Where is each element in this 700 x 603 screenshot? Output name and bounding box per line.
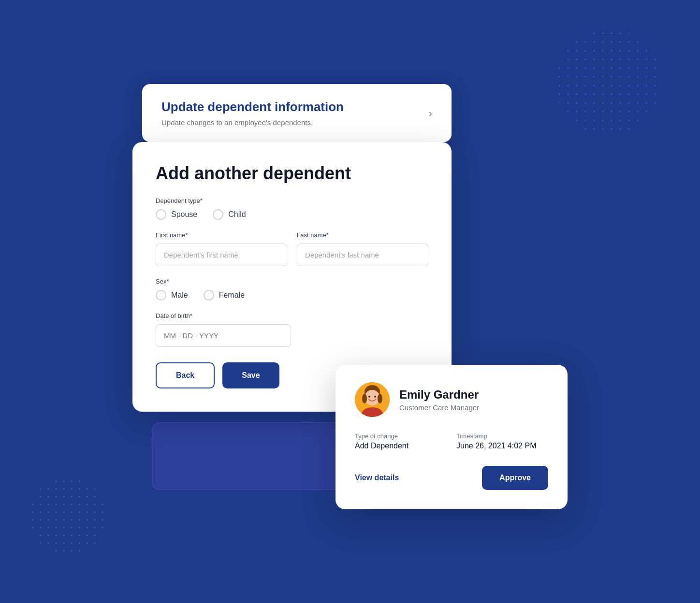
bg-dots-decoration [555, 29, 661, 135]
dob-label: Date of birth* [156, 312, 428, 319]
child-radio-circle [213, 209, 223, 220]
last-name-label: Last name* [297, 231, 428, 239]
avatar [355, 382, 390, 417]
male-radio-label: Male [171, 291, 188, 300]
name-fields-row: First name* Last name* [156, 231, 428, 266]
child-radio-label: Child [228, 210, 246, 219]
scene-container: Update dependent information Update chan… [132, 84, 568, 519]
type-of-change-value: Add Dependent [355, 442, 447, 450]
update-card-title: Update dependent information [161, 100, 344, 115]
view-details-button[interactable]: View details [355, 474, 399, 482]
svg-point-4 [362, 394, 367, 403]
sex-label: Sex* [156, 278, 428, 285]
female-radio-circle [204, 290, 214, 301]
approval-header: Emily Gardner Customer Care Manager [355, 382, 548, 417]
timestamp-section: Timestamp June 26, 2021 4:02 PM [456, 432, 548, 450]
sex-radio-group: Male Female [156, 290, 428, 301]
save-button[interactable]: Save [222, 362, 279, 388]
dependent-type-label: Dependent type* [156, 197, 428, 204]
approval-details-grid: Type of change Add Dependent Timestamp J… [355, 432, 548, 450]
type-of-change-label: Type of change [355, 432, 447, 440]
update-card-content: Update dependent information Update chan… [161, 100, 344, 127]
approve-button[interactable]: Approve [482, 466, 548, 490]
first-name-input[interactable] [156, 244, 287, 266]
chevron-right-icon[interactable]: › [429, 108, 432, 119]
child-radio-option[interactable]: Child [213, 209, 246, 220]
approval-actions-row: View details Approve [355, 466, 548, 490]
dependent-type-radio-group: Spouse Child [156, 209, 428, 220]
male-radio-circle [156, 290, 166, 301]
female-radio-option[interactable]: Female [204, 290, 245, 301]
back-button[interactable]: Back [156, 362, 215, 388]
approval-person-info: Emily Gardner Customer Care Manager [399, 388, 479, 412]
form-title: Add another dependent [156, 163, 428, 184]
svg-point-7 [374, 396, 376, 398]
person-name: Emily Gardner [399, 388, 479, 402]
male-radio-option[interactable]: Male [156, 290, 188, 301]
first-name-label: First name* [156, 231, 287, 239]
spouse-radio-option[interactable]: Spouse [156, 209, 197, 220]
update-dependent-card: Update dependent information Update chan… [142, 84, 452, 142]
timestamp-value: June 26, 2021 4:02 PM [456, 442, 548, 450]
spouse-radio-circle [156, 209, 166, 220]
date-of-birth-input[interactable] [156, 324, 291, 347]
svg-point-5 [378, 394, 382, 403]
female-radio-label: Female [219, 291, 245, 300]
spouse-radio-label: Spouse [171, 210, 197, 219]
type-of-change-section: Type of change Add Dependent [355, 432, 447, 450]
person-role: Customer Care Manager [399, 403, 479, 412]
first-name-col: First name* [156, 231, 287, 266]
approval-card: Emily Gardner Customer Care Manager Type… [335, 365, 568, 509]
svg-point-6 [368, 396, 370, 398]
bg-dots-bottom-decoration [29, 477, 106, 555]
update-card-subtitle: Update changes to an employee's dependen… [161, 118, 344, 127]
last-name-input[interactable] [297, 244, 428, 266]
last-name-col: Last name* [297, 231, 428, 266]
timestamp-label: Timestamp [456, 432, 548, 440]
